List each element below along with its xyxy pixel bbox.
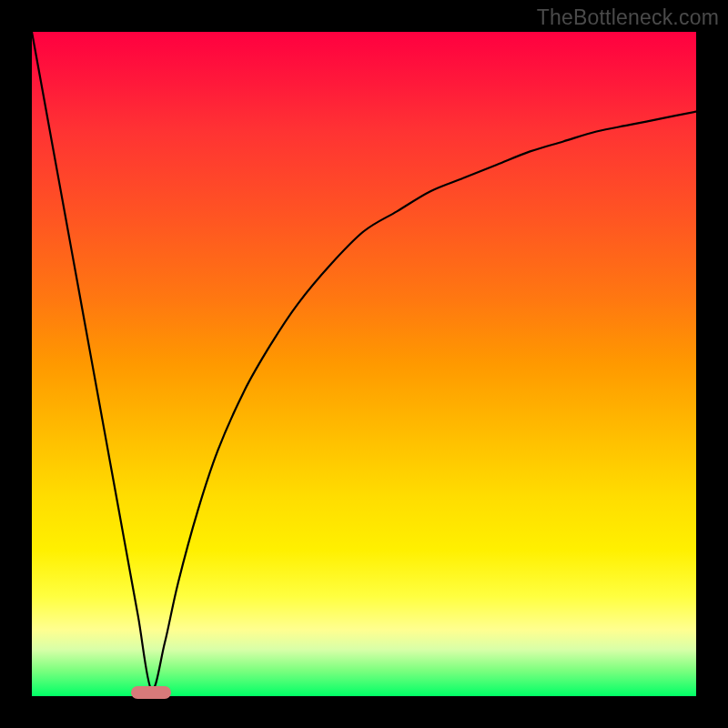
minimum-marker [131, 686, 171, 699]
chart-frame: TheBottleneck.com [0, 0, 728, 728]
curve-line [32, 32, 696, 696]
watermark-text: TheBottleneck.com [537, 5, 719, 30]
